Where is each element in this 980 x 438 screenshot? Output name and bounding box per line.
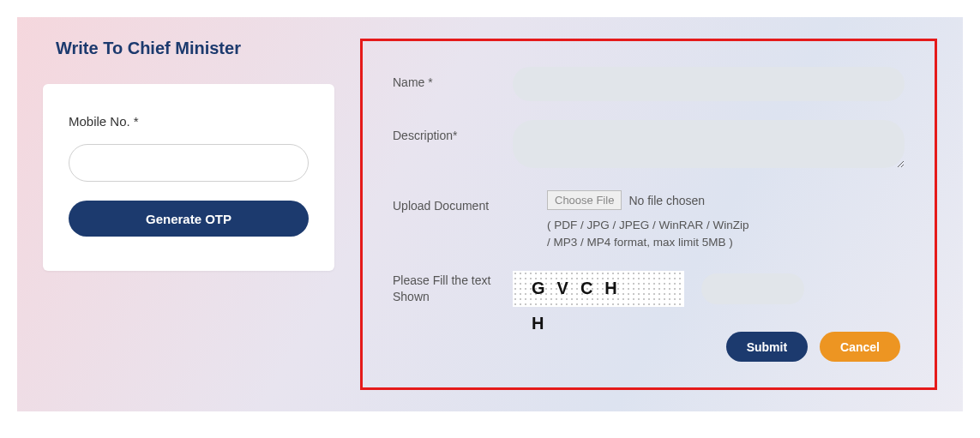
- file-hint-line2: / MP3 / MP4 format, max limit 5MB ): [547, 234, 804, 251]
- left-column: Write To Chief Minister Mobile No. * Gen…: [43, 39, 334, 390]
- choose-file-button[interactable]: Choose File: [547, 190, 622, 210]
- description-label: Description*: [393, 120, 513, 142]
- file-hint-line1: ( PDF / JPG / JPEG / WinRAR / WinZip: [547, 217, 804, 234]
- captcha-label: Please Fill the text Shown: [393, 271, 513, 306]
- file-status-text: No file chosen: [628, 194, 705, 207]
- form-panel: Name * Description* Upload Document Choo…: [360, 39, 937, 390]
- name-row: Name *: [393, 67, 905, 101]
- upload-label: Upload Document: [393, 190, 513, 213]
- action-buttons: Submit Cancel: [726, 332, 900, 362]
- name-label: Name *: [393, 67, 513, 89]
- otp-card: Mobile No. * Generate OTP: [43, 84, 334, 271]
- page-wrapper: Write To Chief Minister Mobile No. * Gen…: [0, 0, 980, 429]
- captcha-image: GVCH: [513, 271, 684, 307]
- description-input[interactable]: [513, 120, 905, 168]
- main-panel: Write To Chief Minister Mobile No. * Gen…: [17, 17, 963, 411]
- name-input[interactable]: [513, 67, 905, 101]
- captcha-input[interactable]: [701, 273, 804, 304]
- description-row: Description*: [393, 120, 905, 171]
- file-hint: ( PDF / JPG / JPEG / WinRAR / WinZip / M…: [547, 217, 804, 252]
- upload-row: Upload Document Choose File No file chos…: [393, 190, 905, 252]
- generate-otp-button[interactable]: Generate OTP: [69, 201, 309, 237]
- captcha-text-extra: H: [513, 314, 804, 333]
- submit-button[interactable]: Submit: [726, 332, 808, 362]
- cancel-button[interactable]: Cancel: [820, 332, 900, 362]
- mobile-number-input[interactable]: [69, 144, 309, 182]
- mobile-number-label: Mobile No. *: [69, 114, 309, 129]
- captcha-section: Please Fill the text Shown GVCH H: [393, 271, 905, 333]
- page-title: Write To Chief Minister: [43, 39, 334, 58]
